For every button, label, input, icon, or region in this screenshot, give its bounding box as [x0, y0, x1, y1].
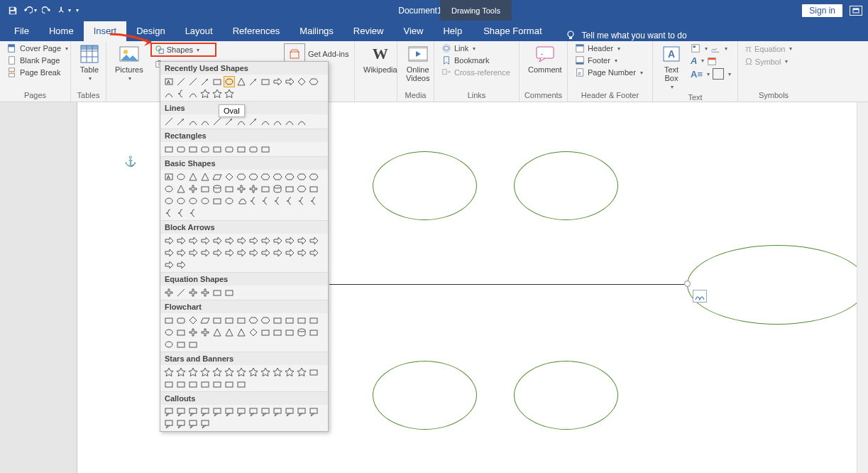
- shape-option[interactable]: [260, 195, 271, 207]
- shape-option[interactable]: [308, 406, 319, 418]
- shape-option[interactable]: [284, 116, 295, 127]
- shape-option[interactable]: [272, 235, 283, 246]
- shape-option[interactable]: [284, 183, 295, 195]
- shape-option[interactable]: [163, 327, 175, 338]
- shape-option[interactable]: [260, 143, 271, 155]
- shape-option[interactable]: [175, 287, 187, 298]
- shape-option[interactable]: [187, 418, 199, 430]
- shape-option[interactable]: [272, 76, 283, 87]
- shape-option[interactable]: [284, 195, 295, 207]
- shape-option[interactable]: [248, 406, 259, 418]
- shape-option[interactable]: [224, 88, 235, 99]
- shape-option[interactable]: [296, 116, 307, 127]
- shape-option[interactable]: [199, 235, 211, 246]
- shape-option[interactable]: [248, 366, 259, 378]
- shape-option[interactable]: [248, 143, 259, 155]
- shape-oval-4[interactable]: [514, 361, 618, 430]
- shape-option[interactable]: [187, 207, 199, 219]
- shape-option[interactable]: [211, 143, 223, 155]
- shape-option[interactable]: [224, 235, 235, 246]
- shape-option[interactable]: [163, 315, 175, 326]
- shape-option[interactable]: [175, 327, 187, 338]
- shape-option[interactable]: [284, 235, 295, 246]
- shape-option[interactable]: [175, 171, 187, 183]
- shape-option[interactable]: [175, 247, 187, 259]
- shape-option[interactable]: [224, 247, 235, 259]
- shape-option[interactable]: [163, 88, 175, 99]
- shape-option[interactable]: [260, 171, 271, 183]
- shape-option[interactable]: [211, 366, 223, 378]
- shape-option[interactable]: [308, 195, 319, 207]
- shape-option[interactable]: [284, 327, 295, 338]
- tab-help[interactable]: Help: [433, 21, 472, 41]
- shape-option[interactable]: [248, 116, 259, 127]
- shape-option[interactable]: [248, 183, 259, 195]
- layout-options-button[interactable]: [693, 290, 707, 303]
- shape-option[interactable]: [272, 116, 283, 127]
- shape-option[interactable]: [308, 366, 319, 378]
- shape-option[interactable]: [248, 171, 259, 183]
- shape-option[interactable]: [308, 247, 319, 259]
- shape-option[interactable]: [163, 379, 175, 390]
- shape-option[interactable]: [175, 235, 187, 246]
- shape-option[interactable]: [272, 247, 283, 259]
- shape-option[interactable]: [175, 143, 187, 155]
- shape-option[interactable]: [163, 235, 175, 246]
- shape-option[interactable]: [272, 183, 283, 195]
- shape-option[interactable]: [187, 366, 199, 378]
- shape-option[interactable]: [236, 247, 247, 259]
- shape-option[interactable]: [211, 171, 223, 183]
- shape-option[interactable]: [187, 339, 199, 350]
- shape-option[interactable]: [199, 379, 211, 390]
- header-button[interactable]: Header▾: [572, 43, 646, 54]
- shape-option[interactable]: [260, 235, 271, 246]
- shape-option[interactable]: [175, 339, 187, 350]
- shape-option[interactable]: [211, 76, 223, 87]
- ribbon-display-options-button[interactable]: [850, 6, 862, 16]
- shape-option[interactable]: [224, 143, 235, 155]
- table-button[interactable]: Table▾: [75, 43, 104, 83]
- shape-option[interactable]: [224, 287, 235, 298]
- undo-button[interactable]: ▾: [23, 4, 37, 18]
- object-button[interactable]: ▾: [712, 67, 732, 80]
- shape-option[interactable]: [308, 327, 319, 338]
- shape-option[interactable]: [296, 183, 307, 195]
- bookmark-button[interactable]: Bookmark: [439, 55, 513, 66]
- wordart-button[interactable]: A▾: [690, 55, 705, 67]
- online-videos-button[interactable]: Online Videos: [402, 43, 434, 84]
- shape-option[interactable]: [187, 76, 199, 87]
- shape-option[interactable]: [175, 195, 187, 207]
- shape-option[interactable]: [308, 315, 319, 326]
- tell-me-search[interactable]: Tell me what you want to do: [565, 30, 687, 41]
- cover-page-button[interactable]: Cover Page▾: [4, 43, 71, 54]
- signature-line-button[interactable]: ▾: [710, 43, 728, 54]
- shapes-button[interactable]: Shapes▾: [150, 43, 217, 57]
- shape-option[interactable]: [187, 235, 199, 246]
- tab-shape-format[interactable]: Shape Format: [473, 21, 551, 41]
- selection-handle[interactable]: [684, 281, 691, 287]
- qat-customize-button[interactable]: ▾: [74, 4, 81, 18]
- shape-option[interactable]: [272, 315, 283, 326]
- shape-option[interactable]: [284, 406, 295, 418]
- comment-button[interactable]: + Comment: [524, 43, 566, 75]
- shape-option[interactable]: [175, 88, 187, 99]
- shape-option[interactable]: [272, 171, 283, 183]
- shape-option[interactable]: [187, 171, 199, 183]
- shape-option[interactable]: [211, 247, 223, 259]
- shape-option[interactable]: [224, 315, 235, 326]
- shape-option[interactable]: [175, 207, 187, 219]
- shape-option[interactable]: [211, 116, 223, 127]
- shape-option[interactable]: [199, 418, 211, 430]
- shape-option[interactable]: [199, 315, 211, 326]
- shape-option[interactable]: [175, 406, 187, 418]
- shape-option[interactable]: [163, 116, 175, 127]
- shape-option[interactable]: [187, 327, 199, 338]
- shape-option[interactable]: [248, 76, 259, 87]
- shape-option[interactable]: [296, 327, 307, 338]
- shape-option[interactable]: [211, 379, 223, 390]
- shape-option[interactable]: [175, 76, 187, 87]
- shape-option[interactable]: [284, 247, 295, 259]
- shape-option[interactable]: [163, 183, 175, 195]
- shape-option[interactable]: [175, 259, 187, 271]
- shape-option[interactable]: [236, 171, 247, 183]
